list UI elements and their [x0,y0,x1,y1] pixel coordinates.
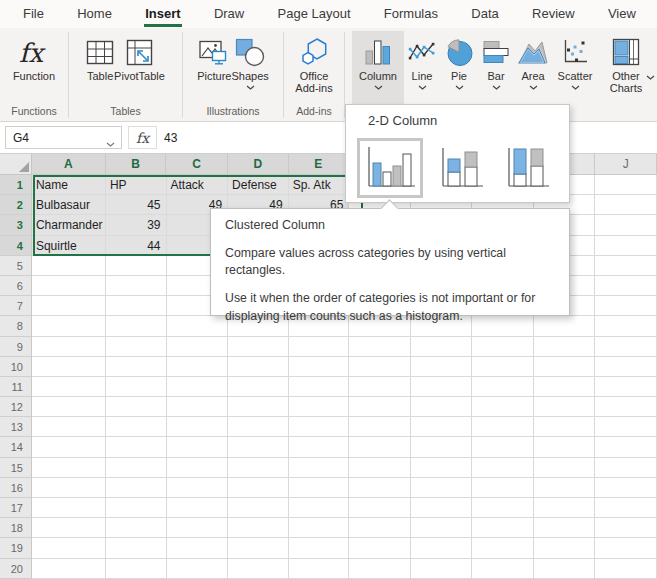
cell-B7[interactable] [106,296,167,316]
cell-H18[interactable] [472,518,534,538]
cell-I16[interactable] [534,478,596,498]
cell-H19[interactable] [472,538,534,558]
tab-draw[interactable]: Draw [213,1,245,27]
ribbon-button-table[interactable]: Table [86,31,114,104]
tab-review[interactable]: Review [531,1,576,27]
column-header-D[interactable]: D [228,154,289,175]
cell-B14[interactable] [106,437,167,457]
row-header-13[interactable]: 13 [0,417,32,437]
ribbon-button-line[interactable]: Line [404,31,440,104]
cell-J7[interactable] [595,296,657,316]
cell-B1[interactable]: HP [106,175,167,195]
row-header-12[interactable]: 12 [0,397,32,417]
cell-G20[interactable] [411,559,473,579]
cell-A10[interactable] [32,357,106,377]
cell-A2[interactable]: Bulbasaur [32,195,106,215]
cell-J3[interactable] [595,215,657,235]
cell-F13[interactable] [349,417,411,437]
cell-C16[interactable] [167,478,229,498]
cell-C13[interactable] [167,417,229,437]
cell-A1[interactable]: Name [32,175,106,195]
cell-B18[interactable] [106,518,167,538]
cell-I11[interactable] [534,377,596,397]
cell-J8[interactable] [595,316,657,336]
row-header-15[interactable]: 15 [0,458,32,478]
cell-F20[interactable] [349,559,411,579]
cell-A11[interactable] [32,377,106,397]
cell-C12[interactable] [167,397,229,417]
cell-G16[interactable] [411,478,473,498]
cell-I17[interactable] [534,498,596,518]
row-header-6[interactable]: 6 [0,276,32,296]
ribbon-button-office-addins[interactable]: Office Add-ins [291,31,337,104]
cell-H9[interactable] [472,337,534,357]
cell-J9[interactable] [595,337,657,357]
cell-A12[interactable] [32,397,106,417]
cell-D10[interactable] [228,357,289,377]
cell-F16[interactable] [349,478,411,498]
cell-A6[interactable] [32,276,106,296]
cell-B3[interactable]: 39 [106,215,167,235]
cell-F17[interactable] [349,498,411,518]
cell-A16[interactable] [32,478,106,498]
cell-B6[interactable] [106,276,167,296]
column-header-C[interactable]: C [166,154,228,175]
cell-F15[interactable] [349,458,411,478]
insert-function-button[interactable]: fx [128,126,157,149]
cell-J1[interactable] [595,175,657,195]
tab-data[interactable]: Data [470,1,499,27]
row-header-7[interactable]: 7 [0,296,32,316]
cell-J10[interactable] [595,357,657,377]
cell-J18[interactable] [595,518,657,538]
cell-G12[interactable] [411,397,473,417]
cell-B19[interactable] [106,538,167,558]
cell-D9[interactable] [228,337,289,357]
cell-J12[interactable] [595,397,657,417]
ribbon-button-area[interactable]: Area [514,31,552,104]
cell-I19[interactable] [534,538,596,558]
row-header-11[interactable]: 11 [0,377,32,397]
cell-A17[interactable] [32,498,106,518]
cell-D20[interactable] [228,559,289,579]
row-header-10[interactable]: 10 [0,357,32,377]
cell-E12[interactable] [289,397,350,417]
cell-C8[interactable] [167,316,229,336]
cell-H13[interactable] [472,417,534,437]
chart-type-100-stacked-column[interactable] [503,143,552,193]
cell-J20[interactable] [595,559,657,579]
name-box-dropdown-icon[interactable] [106,136,115,150]
tab-file[interactable]: File [22,1,45,27]
cell-E1[interactable]: Sp. Atk [289,175,350,195]
column-header-E[interactable]: E [289,154,350,175]
cell-C9[interactable] [167,337,229,357]
cell-B11[interactable] [106,377,167,397]
cell-J15[interactable] [595,458,657,478]
name-box[interactable]: G4 [5,126,122,149]
cell-E16[interactable] [289,478,350,498]
cell-J2[interactable] [595,195,657,215]
column-header-A[interactable]: A [32,154,106,175]
cell-D14[interactable] [228,437,289,457]
row-header-14[interactable]: 14 [0,437,32,457]
cell-I12[interactable] [534,397,596,417]
cell-D17[interactable] [228,498,289,518]
cell-G11[interactable] [411,377,473,397]
cell-A15[interactable] [32,458,106,478]
row-header-3[interactable]: 3 [0,215,32,235]
cell-J14[interactable] [595,437,657,457]
cell-F18[interactable] [349,518,411,538]
cell-F14[interactable] [349,437,411,457]
ribbon-button-picture[interactable]: Picture [197,31,231,104]
cell-E14[interactable] [289,437,350,457]
row-header-20[interactable]: 20 [0,559,32,579]
cell-J4[interactable] [595,236,657,256]
cell-J11[interactable] [595,377,657,397]
cell-A20[interactable] [32,559,106,579]
cell-F10[interactable] [349,357,411,377]
cell-I14[interactable] [534,437,596,457]
cell-C17[interactable] [167,498,229,518]
cell-C14[interactable] [167,437,229,457]
cell-B20[interactable] [106,559,167,579]
cell-A14[interactable] [32,437,106,457]
cell-C1[interactable]: Attack [167,175,229,195]
